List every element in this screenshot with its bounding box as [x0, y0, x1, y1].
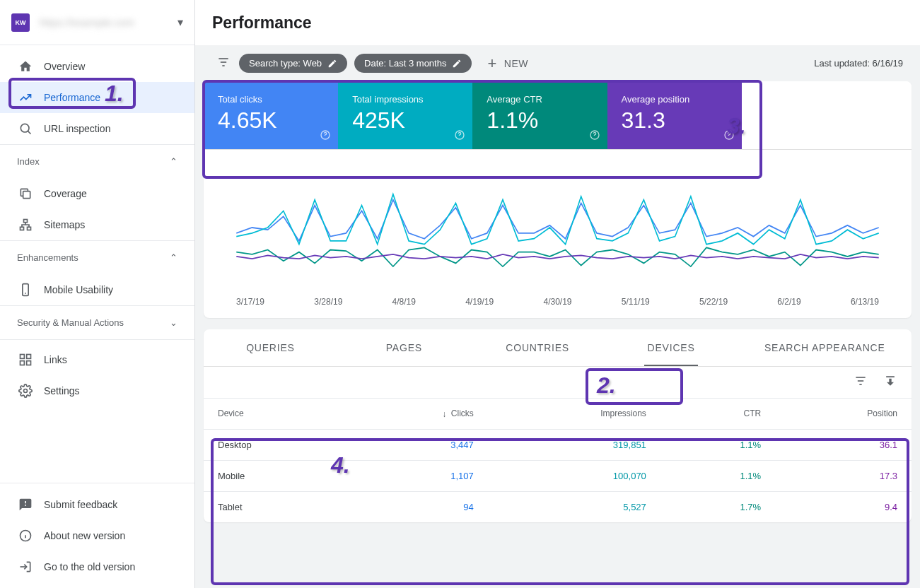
cell-device: Desktop	[204, 429, 348, 460]
tab-label: QUERIES	[246, 342, 295, 353]
svg-rect-8	[21, 361, 25, 365]
site-selector[interactable]: KW https://example.com ▾	[0, 0, 194, 45]
chevron-up-icon: ⌃	[170, 156, 177, 167]
nav-section-security[interactable]: Security & Manual Actions ⌄	[0, 305, 194, 339]
svg-rect-7	[27, 355, 31, 359]
nav-coverage[interactable]: Coverage	[0, 178, 194, 209]
metric-position[interactable]: Average position 31.3	[607, 81, 742, 149]
metric-value: 425K	[352, 107, 458, 134]
svg-point-0	[21, 124, 29, 132]
nav-links[interactable]: Links	[0, 344, 194, 375]
nav-performance[interactable]: Performance	[0, 82, 194, 113]
th-clicks[interactable]: ↓ Clicks	[348, 399, 487, 430]
series-total-impressions	[236, 194, 878, 245]
x-tick: 3/17/19	[236, 297, 264, 307]
section-label: Enhancements	[17, 252, 78, 263]
nav-label: Overview	[44, 61, 85, 72]
nav-sitemaps[interactable]: Sitemaps	[0, 209, 194, 240]
th-impressions[interactable]: Impressions	[488, 399, 660, 430]
line-chart	[215, 164, 900, 291]
nav-label: Mobile Usability	[44, 284, 113, 295]
nav-old-version[interactable]: Go to the old version	[0, 551, 194, 582]
device-table: Device ↓ Clicks Impressions CTR Position…	[204, 398, 912, 522]
x-tick: 6/2/19	[777, 297, 800, 307]
nav-label: Settings	[44, 385, 80, 396]
edit-icon	[452, 59, 462, 69]
metric-ctr[interactable]: Average CTR 1.1%	[472, 81, 607, 149]
cell-position: 9.4	[775, 491, 912, 522]
nav-label: Performance	[44, 92, 100, 103]
table-row[interactable]: Desktop3,447319,8511.1%36.1	[204, 429, 912, 460]
cell-impressions: 100,070	[488, 460, 660, 491]
nav-overview[interactable]: Overview	[0, 51, 194, 82]
cell-position: 36.1	[775, 429, 912, 460]
nav-settings[interactable]: Settings	[0, 375, 194, 406]
cell-ctr: 1.7%	[660, 491, 775, 522]
svg-rect-3	[21, 227, 24, 230]
help-icon[interactable]	[320, 129, 331, 143]
sidebar: KW https://example.com ▾ Overview Perfor…	[0, 0, 195, 588]
tab-countries[interactable]: COUNTRIES	[471, 329, 605, 366]
cell-device: Tablet	[204, 491, 348, 522]
tab-pages[interactable]: PAGES	[337, 329, 471, 366]
tabs: QUERIES PAGES COUNTRIES DEVICES SEARCH A…	[204, 329, 912, 367]
tab-label: COUNTRIES	[506, 342, 569, 353]
filter-icon[interactable]	[854, 374, 868, 391]
x-tick: 4/8/19	[392, 297, 416, 307]
th-position[interactable]: Position	[775, 399, 912, 430]
cell-clicks: 1,107	[348, 460, 487, 491]
new-label: NEW	[504, 58, 528, 69]
metric-label: Total clicks	[218, 94, 324, 105]
page-header: Performance	[195, 0, 920, 45]
nav-label: Links	[44, 354, 67, 365]
metric-label: Total impressions	[352, 94, 458, 105]
nav-section-enhancements[interactable]: Enhancements ⌃	[0, 240, 194, 274]
cell-impressions: 319,851	[488, 429, 660, 460]
x-tick: 5/22/19	[699, 297, 728, 307]
filter-icon[interactable]	[216, 55, 231, 72]
x-tick: 4/30/19	[543, 297, 571, 307]
nav-label: Submit feedback	[44, 499, 117, 510]
table-row[interactable]: Mobile1,107100,0701.1%17.3	[204, 460, 912, 491]
site-url-masked: https://example.com	[40, 16, 177, 28]
svg-rect-4	[28, 227, 31, 230]
table-row[interactable]: Tablet945,5271.7%9.4	[204, 491, 912, 522]
tab-devices[interactable]: DEVICES	[605, 329, 738, 366]
download-icon[interactable]	[883, 374, 897, 391]
new-filter-button[interactable]: + NEW	[479, 54, 537, 73]
x-tick: 4/19/19	[465, 297, 494, 307]
cell-clicks: 3,447	[348, 429, 487, 460]
tab-label: DEVICES	[648, 342, 695, 353]
phone-icon	[17, 281, 34, 298]
chevron-down-icon: ⌄	[170, 317, 177, 328]
svg-rect-1	[23, 192, 30, 199]
nav-label: Coverage	[44, 188, 87, 199]
nav-feedback[interactable]: Submit feedback	[0, 489, 194, 520]
tab-queries[interactable]: QUERIES	[204, 329, 337, 366]
x-tick: 5/11/19	[622, 297, 650, 307]
th-ctr[interactable]: CTR	[660, 399, 775, 430]
metric-impressions[interactable]: Total impressions 425K	[338, 81, 472, 149]
chip-date[interactable]: Date: Last 3 months	[354, 54, 472, 73]
th-device[interactable]: Device	[204, 399, 348, 430]
tab-search-appearance[interactable]: SEARCH APPEARANCE	[738, 329, 912, 366]
table-card: QUERIES PAGES COUNTRIES DEVICES SEARCH A…	[204, 329, 912, 522]
annotation-label-2: 2.	[597, 372, 616, 399]
chip-search-type[interactable]: Search type: Web	[239, 54, 347, 73]
metric-clicks[interactable]: Total clicks 4.65K	[204, 81, 338, 149]
help-icon[interactable]	[589, 129, 600, 143]
nav-mobile-usability[interactable]: Mobile Usability	[0, 274, 194, 305]
metric-label: Average CTR	[487, 94, 593, 105]
sitemap-icon	[17, 216, 34, 233]
nav: Overview Performance URL inspection Inde…	[0, 45, 194, 483]
nav-url-inspection[interactable]: URL inspection	[0, 113, 194, 144]
copy-icon	[17, 185, 34, 202]
cell-position: 17.3	[775, 460, 912, 491]
svg-rect-9	[27, 361, 31, 365]
table-toolbar	[204, 367, 912, 398]
nav-section-index[interactable]: Index ⌃	[0, 144, 194, 178]
search-icon	[17, 120, 34, 137]
help-icon[interactable]	[454, 129, 465, 143]
svg-rect-6	[21, 355, 25, 359]
nav-about[interactable]: About new version	[0, 520, 194, 551]
